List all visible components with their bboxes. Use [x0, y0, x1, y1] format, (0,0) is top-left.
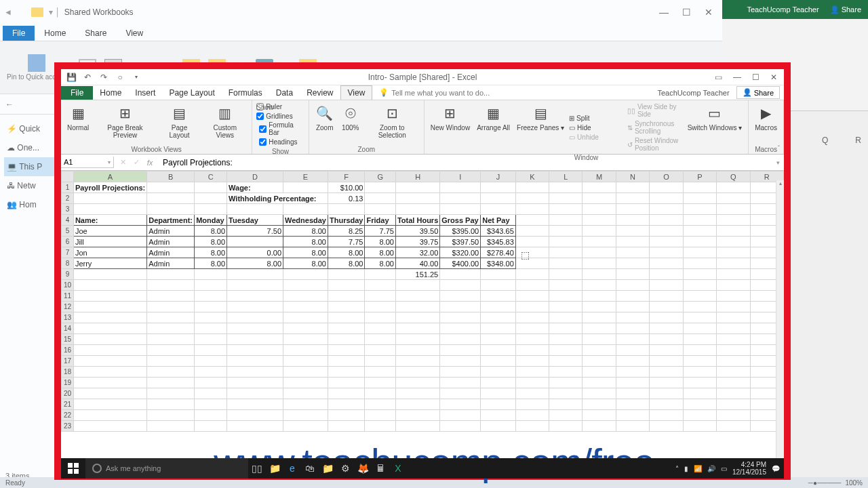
cell[interactable]	[549, 334, 583, 345]
cell[interactable]	[616, 226, 649, 237]
cell[interactable]	[395, 388, 439, 399]
cell[interactable]	[717, 323, 750, 334]
cell[interactable]	[440, 323, 481, 334]
cell[interactable]: Name:	[73, 215, 146, 226]
cell[interactable]	[328, 399, 365, 410]
zoom-button[interactable]: 🔍Zoom	[313, 102, 336, 144]
freeze-panes-button[interactable]: ▤Freeze Panes ▾	[515, 102, 566, 152]
col-header-C[interactable]: C	[195, 171, 227, 182]
cell[interactable]	[395, 345, 439, 356]
touch-icon[interactable]: ○	[115, 73, 125, 82]
cell[interactable]	[650, 410, 683, 421]
cell[interactable]	[650, 247, 683, 258]
cell[interactable]	[583, 388, 616, 399]
nav-back-icon[interactable]: ←	[5, 100, 14, 109]
cell[interactable]	[717, 247, 750, 258]
cell[interactable]	[683, 421, 716, 432]
cell[interactable]	[195, 345, 227, 356]
cell[interactable]	[549, 269, 583, 280]
cell[interactable]	[515, 291, 549, 302]
cell[interactable]	[147, 367, 195, 378]
cell[interactable]	[515, 269, 549, 280]
cell[interactable]: Total Hours	[395, 215, 439, 226]
cell[interactable]: Admin	[147, 247, 195, 258]
cell[interactable]	[227, 367, 283, 378]
cell[interactable]: 8.00	[365, 258, 395, 269]
cell[interactable]	[440, 388, 481, 399]
cell[interactable]	[616, 215, 649, 226]
cell[interactable]	[683, 204, 716, 215]
cell[interactable]	[650, 291, 683, 302]
cell[interactable]	[227, 356, 283, 367]
cell[interactable]	[147, 410, 195, 421]
cell[interactable]	[515, 367, 549, 378]
cell[interactable]	[328, 378, 365, 388]
cell[interactable]	[328, 204, 365, 215]
cell[interactable]	[616, 345, 649, 356]
cell[interactable]: 39.50	[395, 226, 439, 237]
row-header[interactable]: 1	[62, 182, 74, 193]
cell[interactable]	[616, 378, 649, 388]
cell[interactable]	[328, 410, 365, 421]
cell[interactable]	[683, 215, 716, 226]
cell[interactable]	[549, 378, 583, 388]
cell[interactable]	[147, 421, 195, 432]
cell[interactable]: Thursday	[328, 215, 365, 226]
cell[interactable]	[147, 323, 195, 334]
expand-formula-icon[interactable]: ▾	[772, 159, 784, 166]
cell[interactable]: 32.00	[395, 247, 439, 258]
cell[interactable]	[73, 291, 146, 302]
cell[interactable]	[549, 345, 583, 356]
cell[interactable]: 8.00	[195, 237, 227, 247]
cell[interactable]	[683, 345, 716, 356]
cell[interactable]	[683, 410, 716, 421]
maximize-icon[interactable]: ☐	[682, 7, 691, 18]
cell[interactable]	[481, 323, 516, 334]
row-header[interactable]: 15	[62, 334, 74, 345]
cell[interactable]	[395, 323, 439, 334]
cell[interactable]: Monday	[195, 215, 227, 226]
win-maximize-icon[interactable]: ☐	[752, 73, 760, 82]
taskbar-search[interactable]: Ask me anything	[85, 458, 248, 479]
cell[interactable]	[481, 399, 516, 410]
cell[interactable]	[227, 204, 283, 215]
cell[interactable]	[481, 182, 516, 193]
cell[interactable]: 8.00	[328, 247, 365, 258]
cell[interactable]	[583, 312, 616, 323]
page-layout-button[interactable]: ▤Page Layout	[159, 102, 200, 144]
cell[interactable]: 151.25	[395, 269, 439, 280]
cell[interactable]	[583, 323, 616, 334]
cell[interactable]: $278.40	[481, 247, 516, 258]
row-header[interactable]: 11	[62, 291, 74, 302]
cell[interactable]	[481, 269, 516, 280]
cell[interactable]	[717, 204, 750, 215]
cell[interactable]	[73, 204, 146, 215]
taskbar-excel-icon[interactable]: X	[389, 458, 407, 479]
cell[interactable]	[616, 399, 649, 410]
cell[interactable]	[683, 323, 716, 334]
cell[interactable]	[365, 334, 395, 345]
cell[interactable]	[328, 302, 365, 312]
cell[interactable]	[650, 280, 683, 291]
cell[interactable]	[549, 237, 583, 247]
cell[interactable]	[583, 356, 616, 367]
cell[interactable]	[147, 388, 195, 399]
cell[interactable]	[650, 378, 683, 388]
cell[interactable]	[195, 291, 227, 302]
cell[interactable]	[515, 215, 549, 226]
cell[interactable]	[650, 258, 683, 269]
cell[interactable]	[440, 193, 481, 204]
spreadsheet[interactable]: ABCDEFGHIJKLMNOPQR1Payroll Projections:W…	[61, 171, 784, 473]
cell[interactable]	[515, 280, 549, 291]
cell[interactable]	[365, 399, 395, 410]
cell[interactable]	[73, 323, 146, 334]
col-header-H[interactable]: H	[395, 171, 439, 182]
cell[interactable]	[395, 204, 439, 215]
cell[interactable]	[73, 399, 146, 410]
cell[interactable]	[549, 258, 583, 269]
save-icon[interactable]: 💾	[66, 73, 76, 82]
row-header[interactable]: 3	[62, 204, 74, 215]
cell[interactable]	[440, 334, 481, 345]
arrange-all-button[interactable]: ▦Arrange All	[475, 102, 512, 152]
cell[interactable]	[283, 367, 328, 378]
